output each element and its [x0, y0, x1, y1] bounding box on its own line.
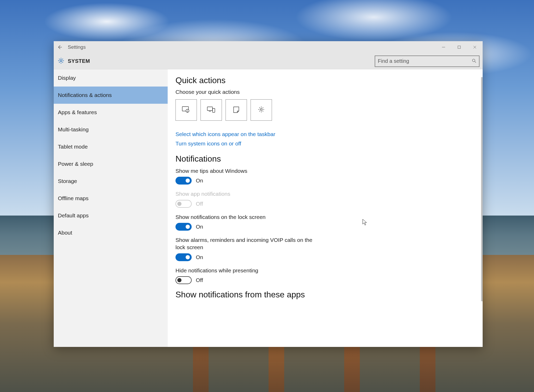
header-bar: SYSTEM [54, 53, 483, 69]
system-heading: SYSTEM [68, 58, 90, 64]
toggle-label-app-notifications: Show app notifications [175, 190, 321, 198]
toggle-alarms[interactable] [175, 253, 192, 261]
toggle-state: On [196, 177, 203, 184]
toggle-state: Off [196, 201, 203, 207]
sidebar-item-label: Power & sleep [58, 161, 93, 167]
gear-icon [258, 106, 265, 114]
sidebar-item-multitasking[interactable]: Multi-tasking [54, 121, 168, 138]
link-system-icons[interactable]: Turn system icons on or off [175, 140, 475, 147]
svg-line-6 [475, 61, 476, 63]
maximize-button[interactable] [451, 41, 467, 53]
toggle-label-tips: Show me tips about Windows [175, 167, 321, 175]
toggle-app-notifications [175, 200, 192, 208]
sidebar-item-label: Default apps [58, 212, 89, 219]
apps-heading: Show notifications from these apps [175, 290, 475, 299]
sidebar-item-tablet-mode[interactable]: Tablet mode [54, 138, 168, 155]
sidebar-item-label: About [58, 230, 72, 236]
minimize-button[interactable] [436, 41, 451, 53]
link-taskbar-icons[interactable]: Select which icons appear on the taskbar [175, 131, 475, 137]
toggle-state: On [196, 224, 203, 230]
scrollbar-thumb[interactable] [481, 77, 483, 301]
sidebar-item-storage[interactable]: Storage [54, 173, 168, 190]
quick-actions-heading: Quick actions [175, 76, 475, 85]
tablet-tap-icon [182, 106, 191, 114]
svg-point-5 [472, 59, 475, 62]
quick-action-tiles [175, 99, 475, 121]
quick-action-tile-note[interactable] [226, 99, 247, 121]
sidebar-item-label: Offline maps [58, 195, 89, 201]
sidebar-item-label: Multi-tasking [58, 126, 89, 133]
toggle-presenting[interactable] [175, 276, 192, 284]
sidebar-item-notifications[interactable]: Notifications & actions [54, 87, 168, 104]
sidebar: Display Notifications & actions Apps & f… [54, 69, 168, 347]
window-title: Settings [68, 44, 86, 50]
sidebar-item-power-sleep[interactable]: Power & sleep [54, 155, 168, 173]
sidebar-item-label: Tablet mode [58, 144, 88, 150]
quick-action-tile-connect[interactable] [201, 99, 222, 121]
sidebar-item-default-apps[interactable]: Default apps [54, 207, 168, 224]
quick-actions-subtext: Choose your quick actions [175, 89, 475, 95]
settings-window: Settings SYSTEM Display Notifications & … [54, 41, 483, 347]
sidebar-item-label: Display [58, 75, 76, 81]
sidebar-item-about[interactable]: About [54, 224, 168, 241]
toggle-label-alarms: Show alarms, reminders and incoming VOIP… [175, 236, 321, 251]
content-pane: Quick actions Choose your quick actions … [168, 69, 483, 347]
note-icon [233, 106, 240, 114]
svg-point-12 [260, 109, 262, 111]
search-input[interactable] [378, 58, 472, 64]
toggle-state: On [196, 254, 203, 260]
sidebar-item-label: Apps & features [58, 109, 97, 115]
search-box[interactable] [375, 56, 480, 67]
quick-action-tile-tablet[interactable] [175, 99, 197, 121]
sidebar-item-display[interactable]: Display [54, 69, 168, 87]
sidebar-item-label: Storage [58, 178, 77, 184]
sidebar-item-offline-maps[interactable]: Offline maps [54, 190, 168, 207]
titlebar[interactable]: Settings [54, 41, 483, 53]
toggle-tips[interactable] [175, 177, 192, 185]
sidebar-item-label: Notifications & actions [58, 92, 112, 98]
toggle-label-lockscreen: Show notifications on the lock screen [175, 213, 321, 221]
search-icon [472, 58, 476, 64]
connect-devices-icon [207, 106, 216, 114]
svg-rect-11 [213, 108, 215, 112]
notifications-heading: Notifications [175, 154, 475, 164]
back-button[interactable] [54, 41, 66, 53]
toggle-label-presenting: Hide notifications while presenting [175, 267, 321, 274]
sidebar-item-apps-features[interactable]: Apps & features [54, 104, 168, 121]
gear-icon [57, 57, 65, 65]
svg-rect-9 [207, 107, 213, 111]
svg-point-4 [60, 60, 62, 62]
close-button[interactable] [467, 41, 483, 53]
toggle-lockscreen[interactable] [175, 223, 192, 231]
toggle-state: Off [196, 277, 203, 283]
svg-rect-1 [458, 46, 460, 48]
body: Display Notifications & actions Apps & f… [54, 69, 483, 347]
quick-action-tile-settings[interactable] [251, 99, 272, 121]
